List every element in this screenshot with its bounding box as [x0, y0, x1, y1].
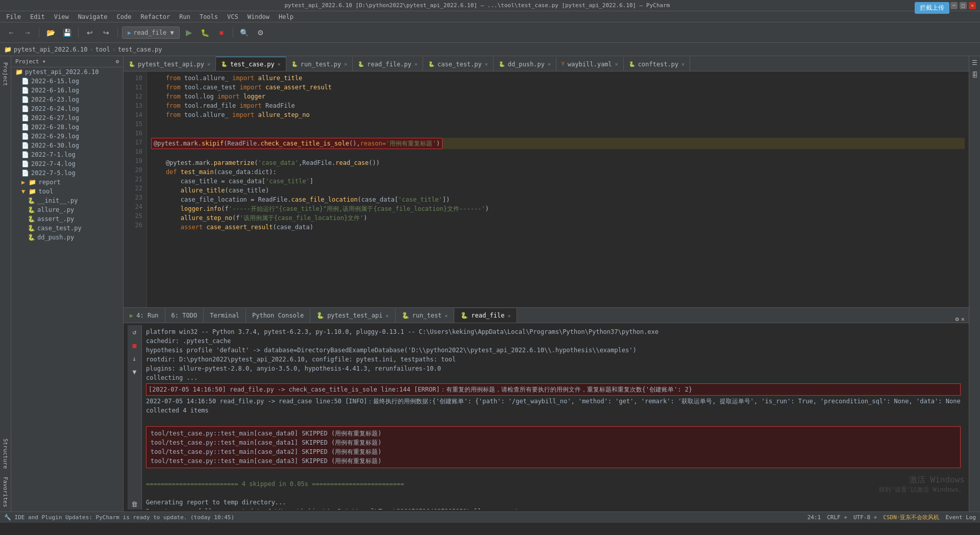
database-icon[interactable]: 🗄 [970, 70, 979, 80]
project-item-log10[interactable]: 📄 2022-7-4.log [11, 159, 123, 168]
rerun-button[interactable]: ↺ [130, 327, 140, 337]
menu-view[interactable]: View [50, 11, 73, 22]
menu-navigate[interactable]: Navigate [74, 11, 112, 22]
code-editor[interactable]: from tool.allure_ import allure_title fr… [147, 71, 969, 307]
output-read-case: 2022-07-05 14:16:50 read_file.py -> read… [146, 397, 961, 406]
event-log[interactable]: Event Log [945, 514, 976, 521]
undo-button[interactable]: ↩ [83, 26, 97, 40]
run-tab-close-read-file[interactable]: ✕ [507, 313, 510, 319]
project-item-log5[interactable]: 📄 2022-6-27.log [11, 113, 123, 123]
log-icon: 📄 [21, 169, 29, 177]
menu-code[interactable]: Code [113, 11, 136, 22]
project-item-log1[interactable]: 📄 2022-6-15.log [11, 77, 123, 86]
project-item-log2[interactable]: 📄 2022-6-16.log [11, 86, 123, 95]
tab-close-waybill-yaml[interactable]: ✕ [615, 61, 618, 67]
project-sidebar-toggle[interactable]: Project [1, 58, 10, 90]
tab-conftest[interactable]: 🐍 conftest.py ✕ [624, 57, 691, 71]
debug-button[interactable]: 🐛 [198, 26, 212, 40]
menu-refactor[interactable]: Refactor [136, 11, 174, 22]
project-item-casetest[interactable]: 🐍 case_test.py [11, 224, 123, 233]
back-button[interactable]: ← [4, 26, 18, 40]
project-item-ddpush[interactable]: 🐍 dd_push.py [11, 233, 123, 242]
tab-close-run-test[interactable]: ✕ [344, 61, 347, 67]
stop-run-button[interactable]: ■ [130, 341, 140, 351]
tab-run-4[interactable]: ▶ 4: Run [124, 308, 165, 323]
tab-close-dd-push[interactable]: ✕ [548, 61, 551, 67]
run-close-icon[interactable]: ✕ [961, 315, 965, 323]
run-tab-close-pytest-test-api[interactable]: ✕ [386, 313, 389, 319]
project-item-init[interactable]: 🐍 __init__.py [11, 196, 123, 205]
tab-case-test[interactable]: 🐍 case_test.py ✕ [423, 57, 494, 71]
maximize-button[interactable]: □ [960, 2, 967, 9]
project-item-log6[interactable]: 📄 2022-6-28.log [11, 123, 123, 132]
project-item-log4[interactable]: 📄 2022-6-24.log [11, 104, 123, 113]
close-button[interactable]: ✕ [969, 2, 976, 9]
tab-pytest-test-api[interactable]: 🐍 pytest_test_api.py ✕ [124, 57, 216, 71]
tab-icon: Y [561, 61, 565, 67]
minimize-button[interactable]: ─ [950, 2, 958, 9]
tab-dd-push[interactable]: 🐍 dd_push.py ✕ [494, 57, 556, 71]
project-item-assert[interactable]: 🐍 assert_.py [11, 214, 123, 224]
project-item-log7[interactable]: 📄 2022-6-29.log [11, 132, 123, 141]
project-item-log11[interactable]: 📄 2022-7-5.log [11, 168, 123, 178]
run-configuration-selector[interactable]: ▶ read_file ▼ [122, 27, 180, 39]
project-item-tool[interactable]: ▼ 📁 tool [11, 187, 123, 196]
run-tab-close-run-test[interactable]: ✕ [445, 313, 448, 319]
settings-button[interactable]: ⚙ [254, 26, 268, 40]
project-item-log9[interactable]: 📄 2022-7-1.log [11, 150, 123, 159]
run-button[interactable]: ▶ [182, 26, 196, 40]
search-everywhere-button[interactable]: 🔍 [237, 26, 252, 40]
menu-help[interactable]: Help [275, 11, 298, 22]
project-panel-controls[interactable]: ⚙ [115, 58, 119, 65]
line-ending[interactable]: CRLF ÷ [827, 514, 847, 521]
tab-read-file[interactable]: 🐍 read_file.py ✕ [353, 57, 423, 71]
report-label: report [38, 179, 60, 186]
menu-edit[interactable]: Edit [26, 11, 49, 22]
tab-close-conftest[interactable]: ✕ [681, 61, 684, 67]
filter-button[interactable]: ▼ [130, 367, 140, 377]
tab-close-test-case[interactable]: ✕ [278, 61, 281, 67]
tab-waybill-yaml[interactable]: Y waybill.yaml ✕ [556, 57, 624, 71]
scroll-to-end-button[interactable]: ↓ [130, 354, 140, 364]
run-settings-icon[interactable]: ⚙ [955, 315, 959, 323]
forward-button[interactable]: → [20, 26, 35, 40]
breadcrumb-tool[interactable]: tool [95, 46, 110, 53]
breadcrumb-file[interactable]: test_case.py [118, 46, 162, 53]
tab-close-case-test[interactable]: ✕ [485, 61, 488, 67]
menu-vcs[interactable]: VCS [223, 11, 242, 22]
breadcrumb-root[interactable]: 📁 [4, 46, 12, 53]
cursor-position[interactable]: 24:1 [807, 514, 821, 521]
project-item-report[interactable]: ▶ 📁 report [11, 178, 123, 187]
tab-python-console[interactable]: Python Console [246, 308, 310, 323]
breadcrumb-project[interactable]: pytest_api_2022.6.10 [14, 46, 88, 53]
tab-run-test[interactable]: 🐍 run_test.py ✕ [286, 57, 353, 71]
upload-intercept-button[interactable]: 拦截上传 [915, 2, 949, 14]
clear-output-button[interactable]: 🗑 [130, 499, 140, 509]
structure-sidebar-toggle[interactable]: Structure [1, 434, 10, 473]
menu-file[interactable]: File [2, 11, 25, 22]
tab-terminal[interactable]: Terminal [204, 308, 246, 323]
tab-close-pytest-test-api[interactable]: ✕ [207, 61, 210, 67]
tab-run-read-file[interactable]: 🐍 read_file ✕ [454, 308, 517, 323]
python-console-tab-label: Python Console [252, 312, 304, 319]
tab-todo-6[interactable]: 6: TODO [165, 308, 204, 323]
menu-tools[interactable]: Tools [195, 11, 222, 22]
tab-test-case[interactable]: 🐍 test_case.py ✕ [216, 57, 286, 71]
tab-run-run-test[interactable]: 🐍 run_test ✕ [396, 308, 455, 323]
menu-run[interactable]: Run [175, 11, 194, 22]
tab-run-pytest-test-api[interactable]: 🐍 pytest_test_api ✕ [310, 308, 395, 323]
save-button[interactable]: 💾 [60, 26, 74, 40]
project-root[interactable]: 📁 pytest_api_2022.6.10 [11, 67, 123, 77]
structure-icon[interactable]: ☰ [970, 58, 979, 67]
tab-close-read-file[interactable]: ✕ [414, 61, 418, 67]
project-item-log8[interactable]: 📄 2022-6-30.log [11, 141, 123, 150]
open-button[interactable]: 📂 [43, 26, 58, 40]
stop-button[interactable]: ■ [214, 26, 229, 40]
project-item-allure[interactable]: 🐍 allure_.py [11, 205, 123, 214]
favorites-sidebar-toggle[interactable]: Favorites [1, 473, 10, 512]
log-icon: 📄 [21, 142, 29, 149]
redo-button[interactable]: ↪ [99, 26, 113, 40]
project-item-log3[interactable]: 📄 2022-6-23.log [11, 95, 123, 104]
menu-window[interactable]: Window [243, 11, 274, 22]
encoding[interactable]: UTF-8 ÷ [853, 514, 877, 521]
